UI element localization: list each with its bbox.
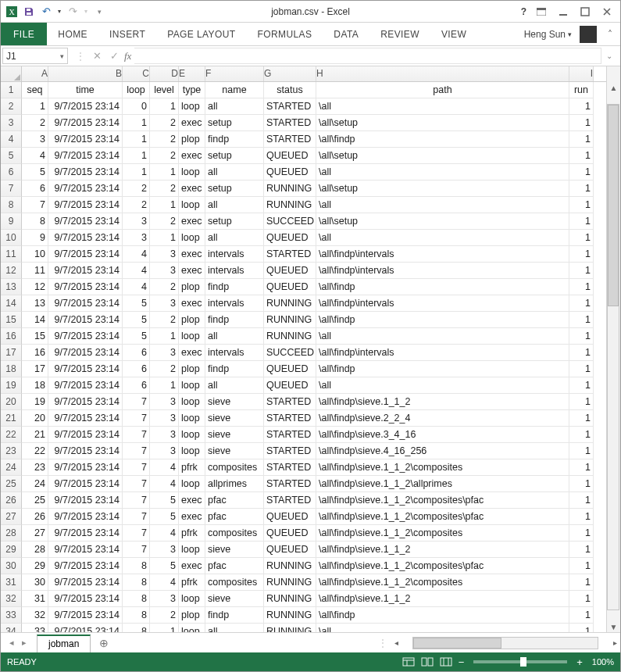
row-header[interactable]: 12 [1, 263, 22, 279]
cell-loop[interactable]: 4 [123, 279, 150, 295]
cell-status[interactable]: QUEUED [264, 148, 316, 164]
cell-run[interactable]: 1 [569, 558, 594, 574]
cell-time[interactable]: 9/7/2015 23:14 [48, 492, 123, 509]
cell-path[interactable]: \all\findp\sieve.1_1_2\composites [316, 459, 569, 476]
redo-icon[interactable]: ↷ [65, 4, 80, 20]
row-header[interactable]: 9 [1, 213, 22, 230]
cell-run[interactable]: 1 [569, 115, 594, 131]
row-header[interactable]: 11 [1, 246, 22, 263]
cell-loop[interactable]: 1 [123, 164, 150, 181]
cell-level[interactable]: level [150, 82, 179, 98]
cell-loop[interactable]: 1 [123, 131, 150, 148]
cell-path[interactable]: \all [316, 377, 569, 394]
cell-level[interactable]: 1 [150, 377, 179, 394]
cell-type[interactable]: plop [179, 131, 205, 148]
cell-path[interactable]: \all\setup [316, 213, 569, 230]
cell-name[interactable]: intervals [205, 246, 264, 263]
cell-run[interactable]: 1 [569, 312, 594, 328]
fx-icon[interactable]: fx [123, 50, 134, 63]
cell-path[interactable]: \all\findp\sieve.4_16_256 [316, 443, 569, 459]
cell-seq[interactable]: 27 [22, 525, 48, 542]
cell-run[interactable]: 1 [569, 213, 594, 230]
cell-name[interactable]: pfac [205, 492, 264, 509]
cell-name[interactable]: setup [205, 181, 264, 197]
cell-seq[interactable]: 24 [22, 476, 48, 492]
cell-type[interactable]: exec [179, 181, 205, 197]
cell-status[interactable]: RUNNING [264, 591, 316, 607]
cell-seq[interactable]: 21 [22, 427, 48, 443]
cell-path[interactable]: \all\setup [316, 148, 569, 164]
cell-level[interactable]: 2 [150, 361, 179, 377]
cell-loop[interactable]: 4 [123, 246, 150, 263]
cell-path[interactable]: \all\findp\sieve.1_1_2\composites [316, 574, 569, 591]
cell-loop[interactable]: 5 [123, 312, 150, 328]
cell-level[interactable]: 4 [150, 459, 179, 476]
cell-type[interactable]: loop [179, 410, 205, 427]
cell-name[interactable]: all [205, 197, 264, 213]
row-header[interactable]: 15 [1, 312, 22, 328]
cell-status[interactable]: STARTED [264, 394, 316, 410]
cell-status[interactable]: STARTED [264, 115, 316, 131]
cell-seq[interactable]: 14 [22, 312, 48, 328]
cell-status[interactable]: SUCCEED [264, 213, 316, 230]
undo-icon[interactable]: ↶ [38, 4, 54, 20]
cell-name[interactable]: all [205, 164, 264, 181]
view-page-break-icon[interactable] [437, 655, 455, 669]
cell-run[interactable]: 1 [569, 181, 594, 197]
cell-time[interactable]: 9/7/2015 23:14 [48, 246, 123, 263]
row-header[interactable]: 28 [1, 525, 22, 542]
cell-name[interactable]: intervals [205, 295, 264, 312]
cell-loop[interactable]: 7 [123, 427, 150, 443]
cell-level[interactable]: 5 [150, 558, 179, 574]
cell-level[interactable]: 3 [150, 295, 179, 312]
cell-name[interactable]: setup [205, 115, 264, 131]
cell-level[interactable]: 3 [150, 443, 179, 459]
cell-path[interactable]: \all\findp [316, 279, 569, 295]
cell-type[interactable]: loop [179, 230, 205, 246]
cell-loop[interactable]: 7 [123, 394, 150, 410]
row-header[interactable]: 32 [1, 591, 22, 607]
cell-time[interactable]: 9/7/2015 23:14 [48, 263, 123, 279]
cell-type[interactable]: plop [179, 312, 205, 328]
cell-status[interactable]: RUNNING [264, 607, 316, 624]
row-header[interactable]: 25 [1, 476, 22, 492]
cell-path[interactable]: \all\findp\intervals [316, 295, 569, 312]
cell-name[interactable]: sieve [205, 443, 264, 459]
sheet-tab-active[interactable]: jobman [37, 634, 91, 652]
row-header[interactable]: 26 [1, 492, 22, 509]
cell-type[interactable]: loop [179, 197, 205, 213]
cell-time[interactable]: 9/7/2015 23:14 [48, 181, 123, 197]
cell-run[interactable]: 1 [569, 492, 594, 509]
cell-loop[interactable]: loop [123, 82, 150, 98]
zoom-out-button[interactable]: − [455, 656, 468, 668]
cell-seq[interactable]: 17 [22, 361, 48, 377]
cell-loop[interactable]: 4 [123, 263, 150, 279]
cell-seq[interactable]: 31 [22, 591, 48, 607]
row-header[interactable]: 29 [1, 542, 22, 558]
row-header[interactable]: 19 [1, 377, 22, 394]
cell-run[interactable]: 1 [569, 328, 594, 345]
cell-type[interactable]: loop [179, 394, 205, 410]
cell-seq[interactable]: seq [22, 82, 48, 98]
cell-seq[interactable]: 5 [22, 164, 48, 181]
scroll-down-icon[interactable]: ▼ [607, 621, 620, 632]
cell-type[interactable]: plop [179, 361, 205, 377]
cell-status[interactable]: STARTED [264, 427, 316, 443]
cell-time[interactable]: 9/7/2015 23:14 [48, 98, 123, 115]
col-header-G[interactable]: G [264, 66, 316, 81]
tab-page-layout[interactable]: PAGE LAYOUT [156, 23, 246, 45]
cell-name[interactable]: composites [205, 574, 264, 591]
save-icon[interactable] [21, 4, 37, 20]
cell-time[interactable]: 9/7/2015 23:14 [48, 509, 123, 525]
cell-run[interactable]: 1 [569, 230, 594, 246]
row-header[interactable]: 3 [1, 115, 22, 131]
cell-path[interactable]: \all\findp [316, 131, 569, 148]
cell-loop[interactable]: 8 [123, 574, 150, 591]
cell-time[interactable]: 9/7/2015 23:14 [48, 230, 123, 246]
row-header[interactable]: 34 [1, 624, 22, 632]
cell-run[interactable]: 1 [569, 427, 594, 443]
cell-run[interactable]: 1 [569, 131, 594, 148]
row-header[interactable]: 4 [1, 131, 22, 148]
cell-run[interactable]: 1 [569, 459, 594, 476]
cell-type[interactable]: exec [179, 148, 205, 164]
